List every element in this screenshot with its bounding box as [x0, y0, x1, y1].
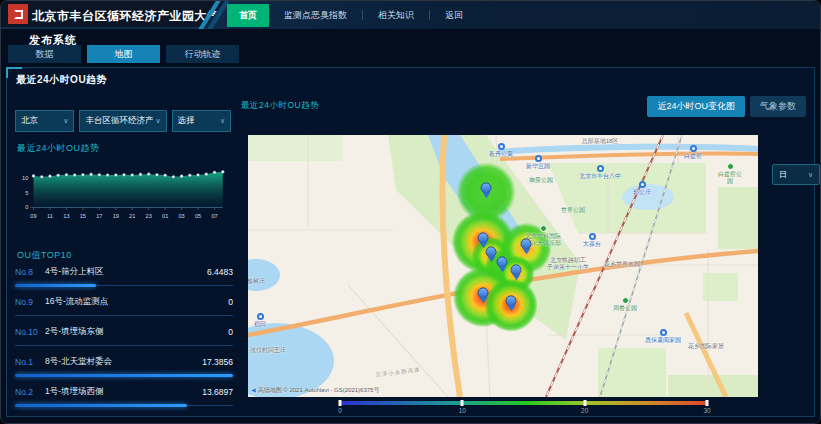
scale-tick-label: 10	[459, 407, 466, 414]
svg-text:05: 05	[195, 213, 201, 219]
svg-text:01: 01	[162, 213, 168, 219]
station-name: 8号-北天堂村委会	[45, 356, 112, 368]
station-pin-2[interactable]	[486, 246, 497, 257]
dashboard: 北京市丰台区循环经济产业园大气恶臭状况实时 首页监测点恶臭指数相关知识返回 发布…	[0, 0, 821, 424]
map-attribution: 高德地图 © 2021 AutoNavi - GS(2021)6375号	[251, 386, 379, 395]
scale-gradient-bar	[340, 401, 707, 405]
chevron-down-icon: ∨	[220, 117, 225, 125]
rank-label: No.2	[15, 387, 45, 397]
svg-text:17: 17	[96, 213, 102, 219]
top-row-line: No.21号-填埋场西侧13.6897	[15, 381, 233, 398]
svg-text:03: 03	[178, 213, 184, 219]
svg-text:15: 15	[80, 213, 86, 219]
scale-labels: 0102030	[340, 407, 707, 417]
tab-1[interactable]: 地图	[87, 45, 160, 63]
filter-dropdown-1[interactable]: 丰台区循环经济产∨	[79, 110, 166, 132]
station-pin-7[interactable]	[506, 295, 517, 306]
chevron-down-icon: ∨	[63, 117, 68, 125]
ou-value: 6.4483	[207, 267, 233, 277]
chevron-down-icon: ∨	[155, 117, 160, 125]
view-tabs: 数据地图行动轨迹	[8, 45, 239, 63]
station-name: 4号-筛分上料区	[45, 266, 104, 278]
ou-top-list: No.84号-筛分上料区6.4483No.916号-流动监测点0No.102号-…	[15, 261, 233, 411]
map-button-0[interactable]: 近24小时OU变化图	[647, 96, 745, 117]
chart-title: 最近24小时OU趋势	[17, 142, 100, 155]
map-layer-select[interactable]: 日 ∨	[772, 164, 820, 185]
station-name: 2号-填埋场东侧	[45, 326, 104, 338]
svg-text:0: 0	[25, 204, 28, 210]
station-pin-6[interactable]	[478, 287, 489, 298]
ou-trend-chart: 0510091113151719212301030507	[15, 160, 231, 226]
ou-value: 0	[228, 327, 233, 337]
dropdown-value: 丰台区循环经济产	[85, 115, 153, 127]
scale-tick	[583, 400, 586, 406]
nav-separator	[362, 10, 363, 20]
top-list-row-4[interactable]: No.21号-填埋场西侧13.6897	[15, 381, 233, 411]
tab-0[interactable]: 数据	[8, 45, 81, 63]
top-row-line: No.916号-流动监测点0	[15, 291, 233, 308]
app-logo-icon	[8, 4, 28, 24]
top-list-row-2[interactable]: No.102号-填埋场东侧0	[15, 321, 233, 351]
ou-value: 0	[228, 297, 233, 307]
ou-color-scale: 0102030	[340, 401, 707, 417]
filter-dropdown-2[interactable]: 选择∨	[172, 110, 231, 132]
scale-tick	[461, 400, 464, 406]
value-bar	[15, 284, 96, 287]
svg-text:21: 21	[129, 213, 135, 219]
svg-text:07: 07	[211, 213, 217, 219]
scale-tick	[339, 400, 342, 406]
rank-label: No.8	[15, 267, 45, 277]
svg-text:23: 23	[146, 213, 152, 219]
dropdown-value: 北京	[21, 115, 38, 127]
top-row-line: No.18号-北天堂村委会17.3856	[15, 351, 233, 368]
station-pin-5[interactable]	[511, 264, 522, 275]
svg-text:09: 09	[30, 213, 36, 219]
svg-text:11: 11	[47, 213, 53, 219]
scale-tick	[706, 400, 709, 406]
top-row-line: No.84号-筛分上料区6.4483	[15, 261, 233, 278]
scale-tick-label: 20	[581, 407, 588, 414]
dropdown-value: 选择	[178, 115, 195, 127]
station-name: 1号-填埋场西侧	[45, 386, 104, 398]
rank-label: No.1	[15, 357, 45, 367]
station-pin-0[interactable]	[481, 182, 492, 193]
nav-item-1[interactable]: 监测点恶臭指数	[284, 9, 347, 22]
map-buttons: 近24小时OU变化图气象参数	[647, 96, 806, 117]
scale-tick-label: 0	[338, 407, 342, 414]
nav-item-0[interactable]: 首页	[227, 4, 269, 27]
scale-tick-label: 30	[703, 407, 710, 414]
svg-text:10: 10	[22, 175, 28, 181]
station-pin-1[interactable]	[478, 232, 489, 243]
value-bar	[15, 374, 233, 377]
svg-text:19: 19	[113, 213, 119, 219]
map-button-1[interactable]: 气象参数	[750, 96, 806, 117]
nav-item-2[interactable]: 相关知识	[378, 9, 414, 22]
value-bar	[15, 404, 187, 407]
filter-dropdowns: 北京∨丰台区循环经济产∨选择∨	[15, 110, 231, 132]
chevron-down-icon: ∨	[808, 171, 813, 179]
top-list-row-3[interactable]: No.18号-北天堂村委会17.3856	[15, 351, 233, 381]
nav-items: 首页监测点恶臭指数相关知识返回	[227, 1, 463, 29]
map-section-title: 最近24小时OU趋势	[241, 100, 319, 112]
rank-label: No.10	[15, 327, 45, 337]
top-row-line: No.102号-填埋场东侧0	[15, 321, 233, 338]
top-list-row-0[interactable]: No.84号-筛分上料区6.4483	[15, 261, 233, 291]
top-list-row-1[interactable]: No.916号-流动监测点0	[15, 291, 233, 321]
map-canvas[interactable]: 高德地图 © 2021 AutoNavi - GS(2021)6375号 看丹公…	[248, 135, 758, 397]
bar-track	[15, 315, 233, 316]
filter-dropdown-0[interactable]: 北京∨	[15, 110, 74, 132]
svg-text:5: 5	[25, 190, 28, 196]
nav-item-3[interactable]: 返回	[445, 9, 463, 22]
top-header: 北京市丰台区循环经济产业园大气恶臭状况实时 首页监测点恶臭指数相关知识返回	[1, 1, 820, 29]
station-pin-3[interactable]	[497, 256, 508, 267]
left-column: 北京∨丰台区循环经济产∨选择∨ 最近24小时OU趋势 0510091113151…	[15, 68, 233, 416]
ou-value: 17.3856	[202, 357, 233, 367]
rank-label: No.9	[15, 297, 45, 307]
map-column: 最近24小时OU趋势 近24小时OU变化图气象参数	[239, 68, 808, 416]
nav-separator	[429, 10, 430, 20]
main-panel: 最近24小时OU趋势 北京∨丰台区循环经济产∨选择∨ 最近24小时OU趋势 05…	[6, 67, 815, 417]
ou-value: 13.6897	[202, 387, 233, 397]
tab-2[interactable]: 行动轨迹	[166, 45, 239, 63]
bar-track	[15, 345, 233, 346]
station-pin-4[interactable]	[521, 238, 532, 249]
